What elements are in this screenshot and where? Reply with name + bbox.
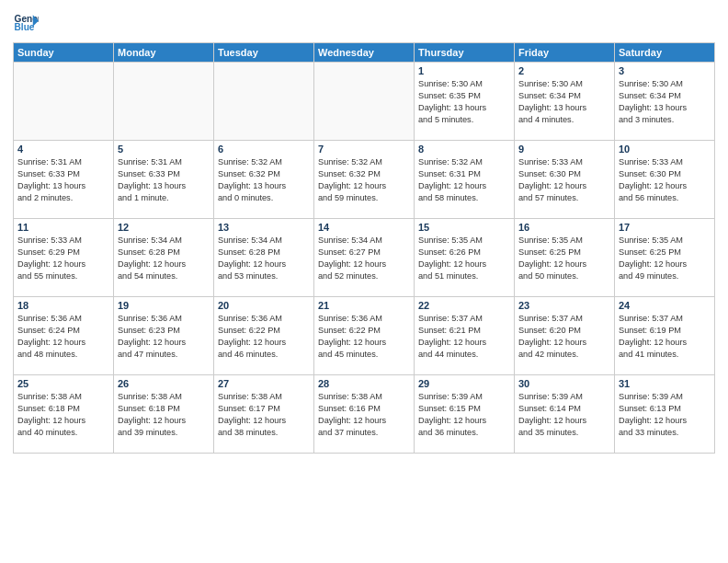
day-number: 4 bbox=[17, 144, 109, 155]
day-number: 8 bbox=[418, 144, 510, 155]
svg-text:Blue: Blue bbox=[15, 22, 35, 32]
day-number: 11 bbox=[17, 222, 109, 233]
day-info: Sunrise: 5:37 AM Sunset: 6:20 PM Dayligh… bbox=[518, 313, 610, 361]
calendar-day-cell: 3Sunrise: 5:30 AM Sunset: 6:34 PM Daylig… bbox=[615, 63, 715, 141]
calendar-day-cell: 24Sunrise: 5:37 AM Sunset: 6:19 PM Dayli… bbox=[615, 297, 715, 375]
calendar-day-cell bbox=[14, 63, 114, 141]
weekday-header-wednesday: Wednesday bbox=[314, 43, 415, 63]
day-number: 19 bbox=[118, 300, 210, 311]
calendar-day-cell: 26Sunrise: 5:38 AM Sunset: 6:18 PM Dayli… bbox=[114, 375, 214, 454]
day-number: 18 bbox=[17, 300, 109, 311]
day-info: Sunrise: 5:33 AM Sunset: 6:29 PM Dayligh… bbox=[17, 235, 109, 282]
day-info: Sunrise: 5:39 AM Sunset: 6:15 PM Dayligh… bbox=[418, 391, 510, 439]
day-number: 15 bbox=[418, 222, 510, 233]
calendar-day-cell: 5Sunrise: 5:31 AM Sunset: 6:33 PM Daylig… bbox=[114, 141, 214, 219]
calendar-day-cell: 8Sunrise: 5:32 AM Sunset: 6:31 PM Daylig… bbox=[415, 141, 515, 219]
calendar-day-cell: 11Sunrise: 5:33 AM Sunset: 6:29 PM Dayli… bbox=[14, 219, 114, 297]
calendar-day-cell: 19Sunrise: 5:36 AM Sunset: 6:23 PM Dayli… bbox=[114, 297, 214, 375]
day-number: 3 bbox=[619, 65, 711, 76]
weekday-header-saturday: Saturday bbox=[615, 43, 715, 63]
day-number: 23 bbox=[518, 300, 610, 311]
calendar-day-cell bbox=[214, 63, 314, 141]
day-number: 6 bbox=[218, 144, 310, 155]
day-number: 10 bbox=[619, 144, 711, 155]
day-info: Sunrise: 5:34 AM Sunset: 6:28 PM Dayligh… bbox=[118, 235, 210, 282]
day-info: Sunrise: 5:30 AM Sunset: 6:34 PM Dayligh… bbox=[518, 78, 610, 126]
calendar-table: SundayMondayTuesdayWednesdayThursdayFrid… bbox=[13, 42, 715, 454]
calendar-day-cell: 14Sunrise: 5:34 AM Sunset: 6:27 PM Dayli… bbox=[314, 219, 415, 297]
day-info: Sunrise: 5:35 AM Sunset: 6:26 PM Dayligh… bbox=[418, 235, 510, 282]
calendar-week-3: 11Sunrise: 5:33 AM Sunset: 6:29 PM Dayli… bbox=[14, 219, 715, 297]
day-info: Sunrise: 5:33 AM Sunset: 6:30 PM Dayligh… bbox=[619, 156, 711, 204]
calendar-day-cell bbox=[314, 63, 415, 141]
day-number: 2 bbox=[518, 65, 610, 76]
day-number: 31 bbox=[619, 378, 711, 389]
calendar-day-cell: 27Sunrise: 5:38 AM Sunset: 6:17 PM Dayli… bbox=[214, 375, 314, 454]
day-number: 5 bbox=[118, 144, 210, 155]
day-info: Sunrise: 5:32 AM Sunset: 6:32 PM Dayligh… bbox=[318, 156, 410, 204]
day-info: Sunrise: 5:38 AM Sunset: 6:16 PM Dayligh… bbox=[318, 391, 410, 439]
day-info: Sunrise: 5:37 AM Sunset: 6:21 PM Dayligh… bbox=[418, 313, 510, 361]
day-number: 14 bbox=[318, 222, 410, 233]
day-info: Sunrise: 5:36 AM Sunset: 6:24 PM Dayligh… bbox=[17, 313, 109, 361]
calendar-day-cell: 7Sunrise: 5:32 AM Sunset: 6:32 PM Daylig… bbox=[314, 141, 415, 219]
calendar-day-cell: 25Sunrise: 5:38 AM Sunset: 6:18 PM Dayli… bbox=[14, 375, 114, 454]
day-info: Sunrise: 5:36 AM Sunset: 6:23 PM Dayligh… bbox=[118, 313, 210, 361]
day-info: Sunrise: 5:35 AM Sunset: 6:25 PM Dayligh… bbox=[518, 235, 610, 282]
logo-icon: General Blue bbox=[13, 9, 39, 35]
day-number: 16 bbox=[518, 222, 610, 233]
day-info: Sunrise: 5:34 AM Sunset: 6:28 PM Dayligh… bbox=[218, 235, 310, 282]
day-info: Sunrise: 5:31 AM Sunset: 6:33 PM Dayligh… bbox=[17, 156, 109, 204]
calendar-day-cell: 6Sunrise: 5:32 AM Sunset: 6:32 PM Daylig… bbox=[214, 141, 314, 219]
calendar-day-cell: 30Sunrise: 5:39 AM Sunset: 6:14 PM Dayli… bbox=[515, 375, 615, 454]
day-number: 21 bbox=[318, 300, 410, 311]
day-info: Sunrise: 5:39 AM Sunset: 6:13 PM Dayligh… bbox=[619, 391, 711, 439]
calendar-day-cell: 17Sunrise: 5:35 AM Sunset: 6:25 PM Dayli… bbox=[615, 219, 715, 297]
calendar-day-cell: 31Sunrise: 5:39 AM Sunset: 6:13 PM Dayli… bbox=[615, 375, 715, 454]
day-number: 13 bbox=[218, 222, 310, 233]
weekday-header-thursday: Thursday bbox=[415, 43, 515, 63]
calendar-day-cell: 18Sunrise: 5:36 AM Sunset: 6:24 PM Dayli… bbox=[14, 297, 114, 375]
day-info: Sunrise: 5:37 AM Sunset: 6:19 PM Dayligh… bbox=[619, 313, 711, 361]
day-info: Sunrise: 5:30 AM Sunset: 6:34 PM Dayligh… bbox=[619, 78, 711, 126]
calendar-day-cell: 16Sunrise: 5:35 AM Sunset: 6:25 PM Dayli… bbox=[515, 219, 615, 297]
day-info: Sunrise: 5:30 AM Sunset: 6:35 PM Dayligh… bbox=[418, 78, 510, 126]
calendar-day-cell: 21Sunrise: 5:36 AM Sunset: 6:22 PM Dayli… bbox=[314, 297, 415, 375]
day-number: 1 bbox=[418, 65, 510, 76]
calendar-day-cell: 12Sunrise: 5:34 AM Sunset: 6:28 PM Dayli… bbox=[114, 219, 214, 297]
day-number: 27 bbox=[218, 378, 310, 389]
day-info: Sunrise: 5:31 AM Sunset: 6:33 PM Dayligh… bbox=[118, 156, 210, 204]
day-number: 28 bbox=[318, 378, 410, 389]
day-number: 24 bbox=[619, 300, 711, 311]
day-number: 29 bbox=[418, 378, 510, 389]
day-info: Sunrise: 5:34 AM Sunset: 6:27 PM Dayligh… bbox=[318, 235, 410, 282]
day-info: Sunrise: 5:33 AM Sunset: 6:30 PM Dayligh… bbox=[518, 156, 610, 204]
day-number: 20 bbox=[218, 300, 310, 311]
calendar-day-cell: 2Sunrise: 5:30 AM Sunset: 6:34 PM Daylig… bbox=[515, 63, 615, 141]
day-info: Sunrise: 5:35 AM Sunset: 6:25 PM Dayligh… bbox=[619, 235, 711, 282]
calendar-week-5: 25Sunrise: 5:38 AM Sunset: 6:18 PM Dayli… bbox=[14, 375, 715, 454]
weekday-header-monday: Monday bbox=[114, 43, 214, 63]
calendar-day-cell: 15Sunrise: 5:35 AM Sunset: 6:26 PM Dayli… bbox=[415, 219, 515, 297]
calendar-day-cell: 28Sunrise: 5:38 AM Sunset: 6:16 PM Dayli… bbox=[314, 375, 415, 454]
calendar-week-2: 4Sunrise: 5:31 AM Sunset: 6:33 PM Daylig… bbox=[14, 141, 715, 219]
day-number: 30 bbox=[518, 378, 610, 389]
day-number: 7 bbox=[318, 144, 410, 155]
day-info: Sunrise: 5:32 AM Sunset: 6:32 PM Dayligh… bbox=[218, 156, 310, 204]
day-number: 9 bbox=[518, 144, 610, 155]
page-header: General Blue bbox=[13, 9, 715, 35]
day-number: 12 bbox=[118, 222, 210, 233]
calendar-day-cell: 13Sunrise: 5:34 AM Sunset: 6:28 PM Dayli… bbox=[214, 219, 314, 297]
calendar-day-cell: 4Sunrise: 5:31 AM Sunset: 6:33 PM Daylig… bbox=[14, 141, 114, 219]
day-info: Sunrise: 5:39 AM Sunset: 6:14 PM Dayligh… bbox=[518, 391, 610, 439]
calendar-week-4: 18Sunrise: 5:36 AM Sunset: 6:24 PM Dayli… bbox=[14, 297, 715, 375]
weekday-header-friday: Friday bbox=[515, 43, 615, 63]
day-info: Sunrise: 5:38 AM Sunset: 6:18 PM Dayligh… bbox=[17, 391, 109, 439]
calendar-header-row: SundayMondayTuesdayWednesdayThursdayFrid… bbox=[14, 43, 715, 63]
day-number: 22 bbox=[418, 300, 510, 311]
calendar-day-cell: 29Sunrise: 5:39 AM Sunset: 6:15 PM Dayli… bbox=[415, 375, 515, 454]
day-number: 26 bbox=[118, 378, 210, 389]
day-number: 25 bbox=[17, 378, 109, 389]
day-info: Sunrise: 5:38 AM Sunset: 6:18 PM Dayligh… bbox=[118, 391, 210, 439]
day-info: Sunrise: 5:36 AM Sunset: 6:22 PM Dayligh… bbox=[218, 313, 310, 361]
